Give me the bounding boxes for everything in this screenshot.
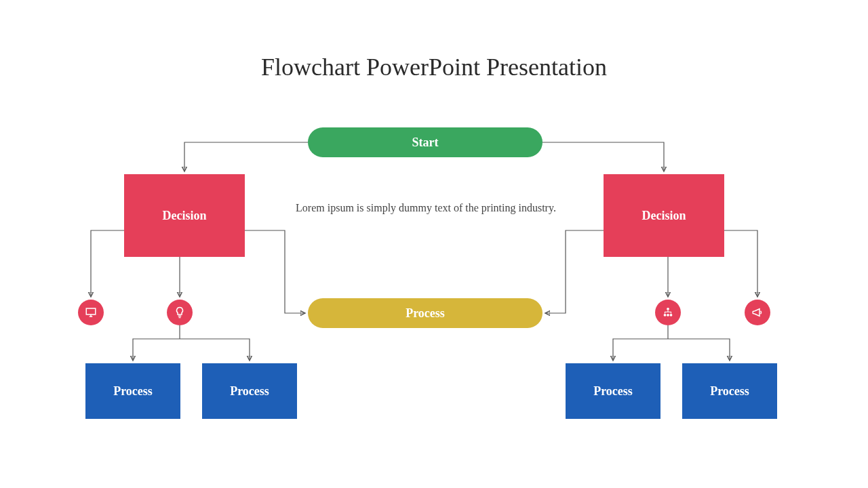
hierarchy-icon [655, 300, 681, 325]
decision-node-left: Decision [124, 174, 245, 257]
process-2-label: Process [230, 384, 269, 399]
process-box-2: Process [202, 363, 297, 419]
decision-node-right: Decision [604, 174, 724, 257]
decision-left-label: Decision [163, 209, 207, 223]
description-text: Lorem ipsum is simply dummy text of the … [292, 201, 560, 216]
svg-point-1 [664, 314, 667, 317]
process-box-4: Process [682, 363, 777, 419]
center-process-label: Process [406, 306, 445, 321]
slide-title: Flowchart PowerPoint Presentation [0, 53, 868, 81]
svg-point-3 [670, 314, 673, 317]
start-node: Start [308, 127, 542, 157]
presentation-icon [78, 300, 104, 325]
process-4-label: Process [710, 384, 749, 399]
start-label: Start [412, 136, 439, 150]
lightbulb-icon [167, 300, 193, 325]
svg-point-0 [667, 308, 669, 310]
megaphone-icon [745, 300, 770, 325]
process-1-label: Process [113, 384, 153, 399]
center-process-node: Process [308, 298, 542, 328]
process-3-label: Process [593, 384, 633, 399]
decision-right-label: Decision [642, 209, 686, 223]
process-box-1: Process [85, 363, 180, 419]
svg-point-2 [667, 314, 669, 317]
process-box-3: Process [566, 363, 660, 419]
